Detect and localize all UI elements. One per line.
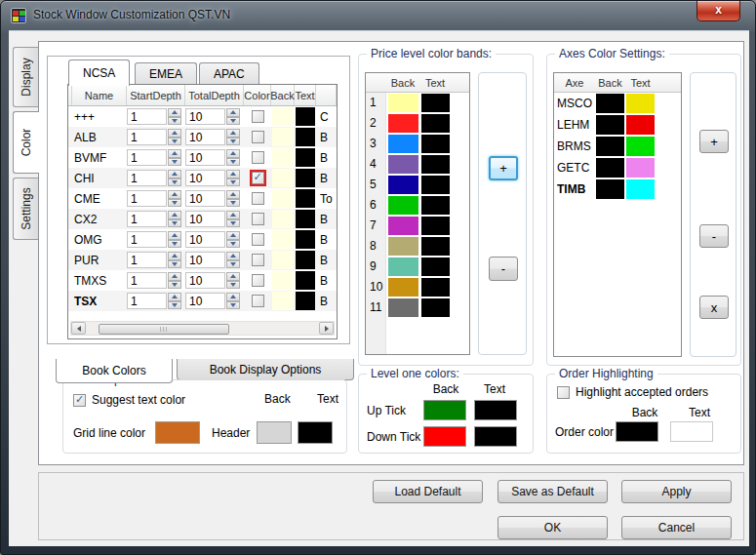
down-tick-back-swatch[interactable]: [423, 426, 466, 447]
column-header-startdepth[interactable]: StartDepth: [127, 85, 185, 105]
scroll-left-button[interactable]: [71, 322, 86, 335]
band-row[interactable]: 7: [366, 216, 469, 236]
color-checkbox[interactable]: [252, 172, 264, 184]
text-color-swatch[interactable]: [421, 237, 450, 256]
spin-down-button[interactable]: [226, 199, 240, 208]
column-header-text[interactable]: Text: [419, 73, 451, 92]
text-color-swatch[interactable]: [296, 169, 315, 187]
text-color-swatch[interactable]: [421, 196, 450, 215]
order-back-swatch[interactable]: [616, 421, 658, 442]
column-header-back[interactable]: Back: [271, 85, 295, 105]
back-color-swatch[interactable]: [388, 258, 418, 276]
back-color-swatch[interactable]: [596, 115, 624, 135]
band-row[interactable]: 6: [366, 195, 469, 216]
column-header-text[interactable]: Text: [625, 73, 656, 92]
back-color-swatch[interactable]: [388, 94, 418, 112]
band-row[interactable]: 9: [366, 257, 469, 277]
spin-down-button[interactable]: [226, 158, 240, 167]
table-row[interactable]: OMG 1 10: [68, 229, 337, 250]
text-color-swatch[interactable]: [421, 298, 450, 317]
text-color-swatch[interactable]: [421, 114, 450, 133]
total-depth-value[interactable]: 10: [185, 129, 225, 145]
text-color-swatch[interactable]: [296, 128, 315, 146]
spin-down-button[interactable]: [168, 199, 181, 208]
text-color-swatch[interactable]: [296, 251, 315, 269]
text-color-swatch[interactable]: [421, 278, 450, 297]
spin-up-button[interactable]: [168, 190, 181, 199]
text-color-swatch[interactable]: [296, 230, 315, 249]
total-depth-value[interactable]: 10: [185, 231, 225, 248]
color-checkbox[interactable]: [252, 295, 264, 307]
text-color-swatch[interactable]: [626, 94, 655, 113]
spin-down-button[interactable]: [226, 117, 240, 126]
back-color-swatch[interactable]: [596, 94, 624, 113]
total-depth-value[interactable]: 10: [185, 190, 225, 207]
back-color-swatch[interactable]: [272, 169, 294, 187]
header-text-swatch[interactable]: [298, 421, 333, 444]
table-row[interactable]: CME 1 10: [68, 188, 337, 209]
add-axis-button[interactable]: +: [699, 130, 729, 153]
column-header-totaldepth[interactable]: TotalDepth: [185, 85, 244, 105]
back-color-swatch[interactable]: [272, 107, 294, 126]
band-row[interactable]: 5: [366, 175, 469, 195]
table-row[interactable]: CX2 1 10: [68, 209, 337, 229]
back-color-swatch[interactable]: [596, 179, 624, 199]
color-checkbox[interactable]: [252, 110, 264, 123]
text-color-swatch[interactable]: [421, 217, 450, 235]
start-depth-value[interactable]: 1: [127, 231, 167, 248]
spin-up-button[interactable]: [226, 252, 240, 260]
color-checkbox[interactable]: [252, 254, 264, 266]
spin-up-button[interactable]: [226, 149, 240, 158]
spin-up-button[interactable]: [226, 293, 240, 301]
back-color-swatch[interactable]: [388, 237, 418, 256]
start-depth-value[interactable]: 1: [127, 129, 167, 145]
total-depth-value[interactable]: 10: [185, 170, 225, 186]
total-depth-value[interactable]: 10: [185, 272, 225, 289]
spin-down-button[interactable]: [226, 240, 240, 249]
spin-down-button[interactable]: [168, 117, 181, 126]
table-row[interactable]: TMXS 1 10: [68, 270, 337, 291]
spin-up-button[interactable]: [168, 231, 181, 240]
spin-down-button[interactable]: [168, 178, 181, 187]
save-as-default-button[interactable]: Save as Default: [497, 480, 608, 503]
text-color-swatch[interactable]: [296, 189, 315, 208]
text-color-swatch[interactable]: [421, 155, 450, 174]
text-color-swatch[interactable]: [626, 179, 655, 199]
color-checkbox[interactable]: [252, 151, 264, 164]
tab-apac[interactable]: APAC: [199, 62, 259, 85]
spin-up-button[interactable]: [226, 211, 240, 219]
apply-button[interactable]: Apply: [621, 480, 732, 503]
back-color-swatch[interactable]: [596, 137, 624, 156]
spin-down-button[interactable]: [226, 301, 240, 310]
table-row[interactable]: ALB 1 10: [68, 127, 337, 147]
band-row[interactable]: 11: [366, 297, 469, 318]
remove-axis-button[interactable]: -: [699, 224, 729, 248]
tab-settings[interactable]: Settings: [13, 178, 38, 240]
title-bar[interactable]: Stock Window Customization QST.VN x: [1, 1, 755, 30]
table-row[interactable]: BVMF 1 10: [68, 147, 337, 168]
spin-up-button[interactable]: [226, 108, 240, 117]
horizontal-scrollbar[interactable]: [70, 321, 335, 336]
delete-axis-button[interactable]: x: [699, 296, 729, 319]
back-color-swatch[interactable]: [596, 158, 624, 178]
total-depth-value[interactable]: 10: [185, 293, 225, 309]
band-row[interactable]: 1: [366, 93, 469, 113]
text-color-swatch[interactable]: [421, 176, 450, 194]
down-tick-text-swatch[interactable]: [474, 426, 517, 447]
start-depth-value[interactable]: 1: [127, 170, 167, 186]
column-header-back[interactable]: Back: [595, 73, 625, 92]
ok-button[interactable]: OK: [497, 516, 608, 539]
axis-row[interactable]: GETC: [554, 157, 681, 178]
highlight-accepted-orders-checkbox[interactable]: [557, 386, 570, 399]
color-checkbox[interactable]: [252, 192, 264, 205]
spin-up-button[interactable]: [168, 252, 181, 260]
tab-display[interactable]: Display: [13, 47, 38, 107]
total-depth-value[interactable]: 10: [185, 149, 225, 166]
spin-down-button[interactable]: [168, 240, 181, 249]
back-color-swatch[interactable]: [272, 271, 294, 290]
text-color-swatch[interactable]: [626, 158, 655, 178]
header-back-swatch[interactable]: [257, 421, 292, 444]
start-depth-value[interactable]: 1: [127, 190, 167, 207]
spin-up-button[interactable]: [168, 108, 181, 117]
spin-up-button[interactable]: [168, 211, 181, 219]
